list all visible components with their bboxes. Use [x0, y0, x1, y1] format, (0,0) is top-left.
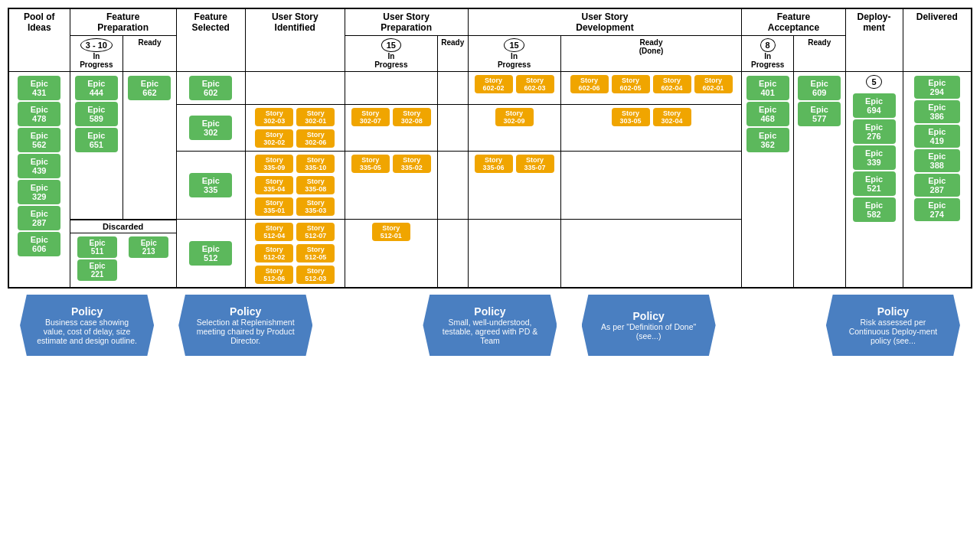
epic-606[interactable]: Epic606: [18, 232, 60, 256]
col-header-us-dev: User StoryDevelopment: [468, 8, 742, 36]
story-335-04[interactable]: Story335-04: [255, 176, 293, 194]
feat-acc-ready-data: Epic609 Epic577: [793, 72, 845, 289]
epic-388[interactable]: Epic388: [914, 149, 960, 172]
story-512-06[interactable]: Story512-06: [255, 266, 293, 284]
policy-us-dev-text: As per "Definition of Done" (see...): [597, 322, 701, 341]
us-prep-ip-335: Story335-05 Story335-02: [345, 152, 437, 220]
col-header-deploy: Deploy-ment: [845, 8, 903, 72]
story-512-04[interactable]: Story512-04: [255, 223, 293, 241]
epic-439[interactable]: Epic439: [18, 154, 60, 178]
epic-609[interactable]: Epic609: [798, 76, 841, 100]
pool-col-data: Epic431 Epic478 Epic562 Epic439 Epic329 …: [8, 72, 70, 289]
epic-602-sel[interactable]: Epic602: [189, 76, 232, 100]
story-602-06[interactable]: Story602-06: [570, 75, 609, 93]
story-512-01[interactable]: Story512-01: [372, 223, 410, 241]
epic-511[interactable]: Epic511: [77, 236, 117, 258]
epic-294[interactable]: Epic294: [914, 76, 960, 99]
deploy-data: 5 Epic694 Epic276 Epic339 Epic521 Epic58…: [845, 72, 903, 289]
us-dev-ip-512: [468, 220, 560, 289]
wip-feat-prep: 3 - 10: [80, 38, 113, 52]
epic-512-sel[interactable]: Epic512: [189, 241, 232, 266]
story-302-07[interactable]: Story302-07: [351, 108, 390, 126]
epic-444[interactable]: Epic444: [75, 76, 118, 100]
epic-339[interactable]: Epic339: [853, 145, 896, 170]
epic-662[interactable]: Epic662: [128, 76, 171, 100]
epic-287[interactable]: Epic287: [18, 206, 60, 230]
story-302-02[interactable]: Story302-02: [255, 129, 293, 148]
story-335-09[interactable]: Story335-09: [255, 155, 293, 173]
us-prep-r-512: [437, 220, 468, 289]
story-512-03[interactable]: Story512-03: [296, 266, 335, 284]
us-prep-r-602: [437, 72, 468, 105]
epic-468[interactable]: Epic468: [746, 102, 789, 126]
epic-478[interactable]: Epic478: [18, 102, 60, 126]
story-335-03[interactable]: Story335-03: [296, 197, 335, 216]
col-header-us-prep: User StoryPreparation: [345, 8, 468, 36]
epic-431[interactable]: Epic431: [18, 76, 60, 100]
story-602-03[interactable]: Story602-03: [516, 75, 554, 93]
epic-362[interactable]: Epic362: [746, 128, 789, 152]
story-602-05[interactable]: Story602-05: [612, 75, 650, 93]
epic-221[interactable]: Epic221: [77, 259, 117, 281]
story-303-05[interactable]: Story303-05: [612, 108, 650, 126]
story-302-06[interactable]: Story302-06: [296, 129, 335, 148]
story-335-06[interactable]: Story335-06: [475, 155, 513, 173]
epic-694[interactable]: Epic694: [853, 93, 896, 118]
policy-deploy: Policy Risk assessed per Continuous Depl…: [826, 295, 960, 356]
story-302-08[interactable]: Story302-08: [393, 108, 431, 126]
feat-acc-ip-data: Epic401 Epic468 Epic362: [742, 72, 794, 289]
story-335-02[interactable]: Story335-02: [393, 155, 431, 173]
col-header-us-id: User StoryIdentified: [245, 8, 345, 72]
story-335-10[interactable]: Story335-10: [296, 155, 335, 173]
story-512-02[interactable]: Story512-02: [255, 244, 293, 262]
feat-prep-inprog-data: Epic444 Epic589 Epic651: [70, 72, 123, 220]
feat-sel-302: Epic302: [176, 105, 245, 152]
epic-419[interactable]: Epic419: [914, 125, 960, 148]
feat-prep-discarded-section: Discarded Epic511 Epic221 Epic213: [70, 220, 176, 289]
epic-335-sel[interactable]: Epic335: [189, 173, 232, 197]
policy-container: Policy Business case showing value, cost…: [0, 289, 980, 356]
policy-feat-sel-title: Policy: [230, 305, 261, 318]
policy-deploy-text: Risk assessed per Continuous Deploy-ment…: [841, 318, 945, 345]
epic-562[interactable]: Epic562: [18, 128, 60, 152]
story-512-07[interactable]: Story512-07: [296, 223, 335, 241]
us-dev-rd-602: Story602-06 Story602-05 Story602-04 Stor…: [560, 72, 742, 105]
col-header-feat-sel: FeatureSelected: [176, 8, 245, 72]
epic-521[interactable]: Epic521: [853, 171, 896, 196]
sub-us-prep-ready: Ready: [437, 36, 468, 72]
epic-582[interactable]: Epic582: [853, 197, 896, 222]
epic-276[interactable]: Epic276: [853, 119, 896, 144]
epic-287-d[interactable]: Epic287: [914, 174, 960, 197]
story-335-01[interactable]: Story335-01: [255, 197, 293, 216]
story-602-04[interactable]: Story602-04: [653, 75, 691, 93]
epic-213[interactable]: Epic213: [129, 236, 168, 258]
wip-us-prep: 15: [381, 38, 401, 52]
story-512-05[interactable]: Story512-05: [296, 244, 335, 262]
col-header-pool: Pool ofIdeas: [8, 8, 70, 72]
us-prep-ip-302: Story302-07 Story302-08: [345, 105, 437, 152]
story-602-01[interactable]: Story602-01: [694, 75, 733, 93]
col-header-delivered: Delivered: [903, 8, 972, 72]
epic-329[interactable]: Epic329: [18, 180, 60, 204]
epic-651[interactable]: Epic651: [75, 128, 118, 152]
policy-us-prep-title: Policy: [474, 305, 505, 318]
story-335-08[interactable]: Story335-08: [296, 176, 335, 194]
us-dev-ip-335: Story335-06 Story335-07: [468, 152, 560, 220]
story-302-09[interactable]: Story302-09: [495, 108, 534, 126]
story-602-02[interactable]: Story602-02: [475, 75, 513, 93]
epic-386[interactable]: Epic386: [914, 100, 960, 123]
story-335-05[interactable]: Story335-05: [351, 155, 390, 173]
epic-401[interactable]: Epic401: [746, 76, 789, 100]
story-335-07[interactable]: Story335-07: [516, 155, 554, 173]
us-id-602: [245, 72, 345, 105]
story-302-04[interactable]: Story302-04: [653, 108, 691, 126]
us-dev-rd-302: Story303-05 Story302-04: [560, 105, 742, 152]
wip-deploy: 5: [866, 75, 881, 89]
epic-577[interactable]: Epic577: [798, 102, 841, 126]
epic-302-sel[interactable]: Epic302: [189, 116, 232, 140]
story-302-03[interactable]: Story302-03: [255, 108, 293, 126]
us-dev-rd-335: [560, 152, 742, 220]
epic-274[interactable]: Epic274: [914, 198, 960, 221]
story-302-01[interactable]: Story302-01: [296, 108, 335, 126]
epic-589[interactable]: Epic589: [75, 102, 118, 126]
